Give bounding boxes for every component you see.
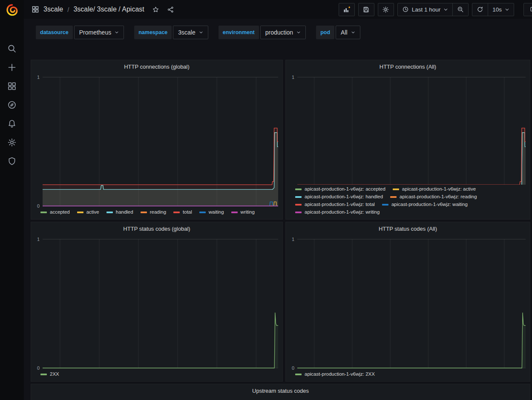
chevron-down-icon (115, 30, 119, 35)
legend-item[interactable]: apicast-production-1-v6wjz: reading (390, 194, 477, 200)
breadcrumb: 3scale / 3scale/ 3scale / Apicast (32, 6, 174, 13)
legend-item[interactable]: apicast-production-1-v6wjz: waiting (382, 201, 468, 208)
panel-title: HTTP status codes (All) (379, 226, 437, 232)
zoom-out-icon (457, 6, 464, 13)
chart-plot-area[interactable]: 1016:1016:2016:3016:4016:5017:00 (31, 235, 282, 370)
breadcrumb-folder[interactable]: 3scale (43, 6, 63, 13)
sidebar-item-search[interactable] (0, 39, 24, 58)
legend-item[interactable]: writing (231, 209, 255, 215)
topbar: 3scale / 3scale/ 3scale / Apicast (24, 0, 532, 19)
chart-plot-area[interactable]: 1016:1016:2016:3016:4016:5017:00 (31, 73, 282, 208)
legend-label: apicast-production-1-v6wjz: total (305, 201, 375, 208)
series-area (43, 128, 278, 206)
y-axis-label: 1 (37, 237, 40, 242)
series-line (297, 133, 526, 185)
bell-icon (7, 119, 17, 128)
panel-header[interactable]: HTTP connections (All) (286, 60, 530, 73)
series-area (297, 313, 526, 368)
filter-namespace: namespace 3scale (134, 26, 208, 39)
chart-plot-area[interactable] (31, 397, 530, 400)
add-panel-button[interactable] (339, 3, 355, 16)
legend-swatch (173, 212, 180, 213)
star-dashboard-button[interactable] (152, 6, 159, 13)
chart-plot-area[interactable]: 1016:1016:2016:3016:4016:5017:00 (286, 73, 530, 185)
chart-canvas[interactable]: 1016:1016:2016:3016:4016:5017:00 (286, 235, 530, 370)
filter-value-dropdown[interactable]: production (260, 26, 306, 39)
panel-header[interactable]: Upstream status codes (31, 384, 530, 397)
legend-item[interactable]: 2XX (40, 371, 59, 377)
legend-label: total (183, 209, 192, 215)
filter-datasource: datasource Prometheus (36, 26, 124, 39)
save-icon (362, 6, 370, 13)
legend-item[interactable]: apicast-production-1-v6wjz: writing (295, 209, 380, 215)
refresh-interval-picker[interactable]: 10s (488, 3, 514, 16)
sidebar-item-configuration[interactable] (0, 133, 24, 152)
legend-item[interactable]: apicast-production-1-v6wjz: total (295, 201, 375, 208)
series-line (43, 133, 278, 189)
chart-canvas[interactable]: 1016:1016:2016:3016:4016:5017:00 (31, 73, 282, 208)
sidebar-item-dashboards[interactable] (0, 77, 24, 96)
legend-swatch (199, 212, 206, 213)
filter-value-dropdown[interactable]: All (336, 26, 360, 39)
panel-title: Upstream status codes (252, 388, 309, 394)
legend-item[interactable]: apicast-production-1-v6wjz: handled (295, 194, 383, 200)
panel-title: HTTP status codes (global) (123, 226, 190, 232)
filter-selected-value: 3scale (178, 29, 195, 36)
panel-header[interactable]: HTTP status codes (All) (286, 222, 530, 235)
legend-swatch (393, 188, 399, 190)
chevron-down-icon (443, 7, 448, 12)
legend-item[interactable]: apicast-production-1-v6wjz: 2XX (295, 371, 375, 377)
chart-canvas[interactable]: 1016:1016:2016:3016:4016:5017:00 (286, 73, 530, 185)
filter-value-dropdown[interactable]: Prometheus (74, 26, 124, 39)
series-line (43, 313, 278, 368)
legend-label: apicast-production-1-v6wjz: 2XX (305, 371, 375, 377)
sidebar-item-create[interactable] (0, 58, 24, 77)
save-dashboard-button[interactable] (358, 3, 374, 16)
legend-item[interactable]: accepted (40, 209, 70, 215)
grafana-logo[interactable] (0, 0, 24, 20)
sidebar-nav (0, 39, 24, 171)
chart-plot-area[interactable]: 1016:1016:2016:3016:4016:5017:00 (286, 235, 530, 370)
series-line (297, 313, 526, 368)
refresh-button[interactable] (472, 3, 488, 16)
legend-swatch (382, 204, 388, 206)
time-picker-button[interactable]: Last 1 hour (398, 3, 453, 16)
legend-item[interactable]: apicast-production-1-v6wjz: accepted (295, 186, 385, 192)
legend-item[interactable]: reading (141, 209, 166, 215)
panel-header[interactable]: HTTP status codes (global) (31, 222, 282, 235)
legend-item[interactable]: waiting (199, 209, 224, 215)
legend-swatch (295, 188, 302, 190)
plus-icon (7, 63, 17, 72)
legend-label: reading (150, 209, 166, 215)
dashboard-settings-button[interactable] (378, 3, 394, 16)
time-range-label: Last 1 hour (412, 6, 441, 13)
zoom-out-button[interactable] (452, 3, 468, 16)
share-dashboard-button[interactable] (167, 6, 174, 13)
add-panel-icon (343, 6, 350, 13)
filter-value-dropdown[interactable]: 3scale (173, 26, 208, 39)
gear-icon (382, 6, 389, 13)
series-line (43, 133, 278, 189)
chevron-down-icon (505, 7, 509, 12)
legend-swatch (295, 204, 302, 206)
gear-icon (7, 138, 17, 147)
legend-item[interactable]: apicast-production-1-v6wjz: active (393, 186, 476, 192)
y-axis-label: 0 (292, 365, 294, 370)
legend-item[interactable]: active (77, 209, 99, 215)
cycle-view-mode-button[interactable] (523, 3, 532, 16)
sidebar-item-alerting[interactable] (0, 114, 24, 133)
breadcrumb-dashboard[interactable]: 3scale/ 3scale / Apicast (73, 6, 144, 13)
sidebar-item-server-admin[interactable] (0, 152, 24, 171)
legend-item[interactable]: handled (106, 209, 133, 215)
chart-legend: apicast-production-1-v6wjz: acceptedapic… (286, 185, 530, 219)
legend-item[interactable]: total (173, 209, 192, 215)
series-area (297, 128, 526, 185)
refresh-interval-label: 10s (492, 6, 502, 13)
series-line (43, 128, 278, 185)
panel-header[interactable]: HTTP connections (global) (31, 60, 282, 73)
chart-canvas[interactable]: 1016:1016:2016:3016:4016:5017:00 (31, 235, 282, 370)
legend-label: accepted (50, 209, 70, 215)
monitor-icon (530, 6, 532, 13)
sidebar-item-explore[interactable] (0, 96, 24, 114)
filter-selected-value: production (265, 29, 293, 36)
